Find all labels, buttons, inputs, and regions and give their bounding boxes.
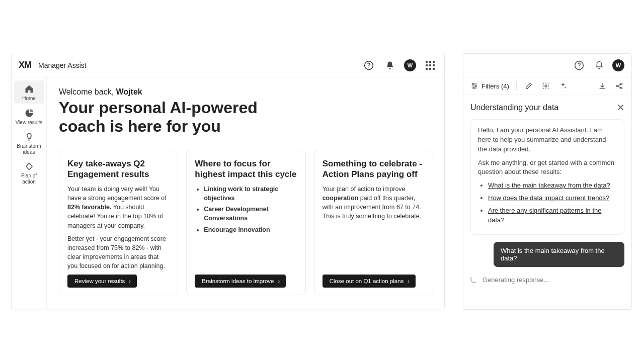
main-content: Welcome back, Wojtek Your personal AI-po…: [47, 77, 444, 309]
gear-icon[interactable]: [541, 81, 551, 91]
pie-chart-icon: [24, 108, 34, 119]
sidebar: Home View results Brainstorm ideas: [12, 77, 47, 309]
sidebar-item-home[interactable]: Home: [14, 80, 44, 104]
brainstorm-button[interactable]: Brainstorm ideas to improve›: [195, 275, 286, 288]
lightbulb-icon: [25, 131, 34, 142]
svg-line-14: [618, 84, 620, 86]
card-text: Your team is doing very well! You have a…: [67, 186, 167, 202]
welcome-text: Welcome back, Wojtek: [59, 87, 433, 97]
hero-heading: Your personal AI-powered coach is here f…: [59, 99, 290, 136]
card-body: Your plan of action to improve cooperati…: [323, 185, 425, 275]
assistant-text: Ask me anything, or get started with a c…: [478, 158, 617, 177]
avatar[interactable]: W: [612, 59, 624, 71]
sidebar-item-plan[interactable]: Plan of action: [14, 158, 44, 187]
focus-bullet: Encourage Innovation: [204, 225, 297, 234]
welcome-prefix: Welcome back,: [59, 87, 116, 96]
panel-header: W: [463, 54, 631, 77]
svg-point-1: [368, 67, 369, 67]
panel-body: Understanding your data ✕ Hello, I am yo…: [463, 95, 631, 309]
help-icon[interactable]: [362, 58, 376, 72]
svg-point-7: [472, 83, 474, 85]
welcome-name: Wojtek: [116, 87, 142, 96]
assistant-intro-bubble: Hello, I am your personal AI Assistant. …: [470, 119, 624, 235]
bell-icon[interactable]: [592, 58, 606, 72]
button-label: Close out on Q1 action plans: [330, 278, 404, 284]
avatar[interactable]: W: [404, 59, 416, 71]
home-icon: [24, 83, 34, 95]
app-header: XM Manager Assist W: [12, 53, 444, 77]
focus-bullet: Career Developmenet Conversations: [204, 205, 297, 223]
card-title: Where to focus for highest impact this c…: [195, 158, 297, 180]
button-label: Review your results: [74, 278, 125, 284]
user-message-bubble: What is the main takeaway from the data?: [494, 242, 624, 267]
focus-bullet: Linking work to strategic objectives: [204, 185, 297, 203]
sidebar-item-label: Plan of action: [15, 173, 43, 185]
card-key-takeaways: Key take-aways Q2 Engagement results You…: [59, 150, 178, 296]
xm-logo: XM: [19, 60, 31, 70]
sliders-icon: [470, 82, 478, 90]
card-text-bold: cooperation: [323, 195, 359, 202]
sidebar-item-label: View results: [16, 120, 43, 126]
card-text: Better yet - your engagement score incre…: [67, 234, 170, 271]
filters-button[interactable]: Filters (4): [470, 82, 509, 90]
cards-row: Key take-aways Q2 Engagement results You…: [59, 150, 433, 296]
suggested-question-link[interactable]: How does the data impact current trends?: [488, 194, 609, 202]
suggested-question-link[interactable]: What is the main takeaway from the data?: [488, 182, 610, 189]
sidebar-item-label: Brainstorm ideas: [15, 143, 43, 155]
sidebar-item-label: Home: [22, 96, 36, 102]
help-icon[interactable]: [572, 58, 586, 72]
card-where-to-focus: Where to focus for highest impact this c…: [186, 150, 305, 296]
edit-icon[interactable]: [524, 81, 534, 91]
spinner-icon: [470, 276, 477, 283]
chevron-right-icon: ›: [129, 278, 131, 284]
manager-assist-window: XM Manager Assist W Home: [11, 53, 445, 309]
button-label: Brainstorm ideas to improve: [202, 278, 274, 284]
assistant-text: Hello, I am your personal AI Assistant. …: [478, 126, 617, 154]
separator: [516, 81, 517, 90]
app-title: Manager Assist: [38, 61, 87, 69]
chevron-right-icon: ›: [408, 278, 410, 284]
close-out-plans-button[interactable]: Close out on Q1 action plans›: [323, 275, 416, 288]
chevron-right-icon: ›: [278, 278, 280, 284]
sidebar-item-brainstorm[interactable]: Brainstorm ideas: [14, 128, 44, 157]
card-body: Your team is doing very well! You have a…: [67, 185, 170, 275]
section-title: Understanding your data: [470, 103, 558, 112]
share-icon[interactable]: [614, 81, 624, 91]
card-title: Something to celebrate - Action Plans pa…: [323, 158, 425, 180]
generating-status: Generating response…: [470, 276, 624, 284]
generating-label: Generating response…: [482, 276, 550, 284]
diamond-icon: [25, 161, 34, 172]
svg-point-10: [545, 85, 547, 87]
apps-grid-icon[interactable]: [423, 58, 437, 72]
review-results-button[interactable]: Review your results›: [67, 275, 137, 288]
panel-toolbar: Filters (4): [463, 77, 631, 95]
card-title: Key take-aways Q2 Engagement results: [67, 158, 170, 180]
assistant-panel: W Filters (4): [463, 53, 632, 310]
card-text-bold: 82% favorable.: [67, 204, 112, 211]
svg-point-8: [475, 85, 476, 87]
suggested-question-link[interactable]: Are there any significant patterns in th…: [488, 207, 601, 224]
card-body: Linking work to strategic objectives Car…: [195, 185, 297, 275]
svg-line-15: [618, 86, 620, 88]
filters-label: Filters (4): [481, 82, 509, 90]
card-celebrate: Something to celebrate - Action Plans pa…: [314, 150, 433, 296]
bell-icon[interactable]: [383, 58, 397, 72]
close-icon[interactable]: ✕: [617, 102, 624, 113]
download-icon[interactable]: [597, 81, 607, 91]
separator: [590, 81, 590, 90]
sparkle-icon[interactable]: [558, 81, 568, 91]
card-text: Your plan of action to improve: [323, 186, 406, 193]
svg-point-9: [473, 87, 474, 89]
svg-point-3: [579, 67, 579, 68]
sidebar-item-view-results[interactable]: View results: [14, 105, 44, 128]
